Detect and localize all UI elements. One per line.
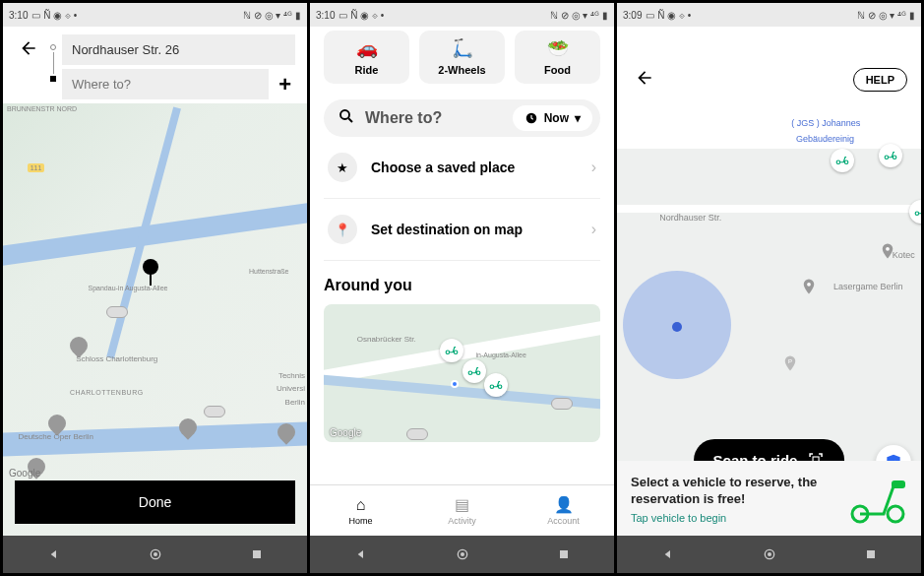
receipt-icon: ▤	[455, 495, 469, 514]
map-view[interactable]: BRUNNENSTR NORD 111 Huttenstraße Spandau…	[3, 103, 307, 536]
map-label: Technis	[278, 371, 305, 380]
car-icon	[551, 398, 573, 410]
nav-activity[interactable]: ▤ Activity	[411, 485, 513, 536]
search-bar[interactable]: Where to? Now ▾	[324, 99, 600, 137]
category-food[interactable]: 🥗 Food	[515, 31, 600, 84]
scooter-icon: 🛴	[423, 36, 501, 60]
car-icon	[204, 406, 225, 417]
scooter-marker[interactable]	[462, 359, 486, 383]
google-logo: Google	[9, 468, 40, 479]
current-location-dot	[672, 322, 682, 332]
status-bar: 3:09▭ Ñ ◉ ⟐ • ℕ ⊘ ◎ ▾ ⁴ᴳ ▮	[617, 3, 921, 27]
poi-pin	[800, 276, 818, 297]
svg-rect-15	[892, 480, 905, 488]
scooter-marker[interactable]	[440, 339, 463, 362]
lime-scooter-icon	[848, 475, 907, 524]
nav-recent-icon[interactable]	[249, 546, 265, 562]
scooter-marker[interactable]	[831, 149, 854, 172]
home-icon: ⌂	[356, 496, 366, 514]
android-nav-bar	[617, 536, 921, 573]
star-icon: ★	[328, 153, 357, 182]
parking-pin: P	[781, 352, 799, 374]
map-label: Osnabrücker Str.	[357, 335, 416, 344]
android-nav-bar	[3, 536, 307, 573]
status-bar: 3:10▭ Ñ ◉ ⟐ • ℕ ⊘ ◎ ▾ ⁴ᴳ ▮	[310, 3, 614, 27]
poi-label: Kotec	[893, 250, 915, 260]
route-header: +	[3, 27, 307, 103]
svg-point-9	[886, 247, 890, 251]
scooter-marker[interactable]	[879, 144, 902, 167]
bottom-sheet: Select a vehicle to reserve, the reserva…	[617, 461, 921, 536]
poi-pin	[179, 418, 197, 436]
sheet-title: Select a vehicle to reserve, the reserva…	[631, 475, 838, 508]
map-label: Spandau-in Augusta-Allee	[89, 285, 168, 291]
pickup-pin	[143, 259, 158, 275]
around-you-map[interactable]: Osnabrücker Str. in-Augusta-Allee Google	[324, 304, 600, 442]
map-view[interactable]: HELP ( JGS ) Johannes Gebäudereinig Nord…	[617, 27, 921, 536]
nav-home-icon[interactable]	[148, 546, 163, 562]
category-row: 🚗 Ride 🛴 2-Wheels 🥗 Food	[324, 31, 600, 84]
set-on-map-option[interactable]: 📍 Set destination on map ›	[324, 199, 600, 261]
svg-rect-8	[560, 550, 568, 558]
svg-point-17	[768, 552, 771, 556]
nav-back-icon[interactable]	[660, 546, 676, 562]
destination-input[interactable]	[62, 69, 269, 99]
svg-rect-2	[253, 550, 261, 558]
poi-label: Gebäudereinig	[796, 134, 854, 144]
saved-place-option[interactable]: ★ Choose a saved place ›	[324, 137, 600, 199]
poi-pin	[48, 415, 66, 432]
svg-rect-18	[867, 550, 875, 558]
highway-badge: 111	[28, 163, 45, 172]
search-placeholder: Where to?	[365, 109, 513, 127]
phone-screen-2: 3:10▭ Ñ ◉ ⟐ • ℕ ⊘ ◎ ▾ ⁴ᴳ ▮ 🚗 Ride 🛴 2-Wh…	[310, 3, 614, 573]
poi-pin	[277, 423, 295, 441]
scooter-marker[interactable]	[909, 200, 921, 224]
nav-recent-icon[interactable]	[556, 546, 572, 562]
back-button[interactable]	[631, 64, 658, 96]
map-label: in-Augusta-Allee	[476, 352, 526, 358]
svg-text:P: P	[788, 358, 792, 364]
chevron-right-icon: ›	[591, 159, 596, 176]
nav-recent-icon[interactable]	[863, 546, 879, 562]
phone-screen-3: 3:09▭ Ñ ◉ ⟐ • ℕ ⊘ ◎ ▾ ⁴ᴳ ▮ HELP ( JGS ) …	[617, 3, 921, 573]
nav-home-icon[interactable]	[455, 546, 470, 562]
bottom-nav: ⌂ Home ▤ Activity 👤 Account	[310, 484, 614, 536]
poi-label: ( JGS ) Johannes	[791, 118, 860, 128]
sheet-subtitle[interactable]: Tap vehicle to begin	[631, 512, 838, 524]
route-line-graphic	[50, 34, 56, 99]
nav-home-icon[interactable]	[762, 546, 777, 562]
svg-point-14	[888, 506, 903, 522]
svg-point-1	[154, 552, 157, 556]
svg-line-4	[348, 118, 352, 122]
pin-icon: 📍	[328, 215, 357, 244]
chevron-down-icon: ▾	[575, 111, 581, 125]
add-stop-button[interactable]: +	[275, 72, 295, 97]
map-label: Huttenstraße	[249, 268, 288, 275]
food-icon: 🥗	[519, 36, 596, 60]
person-icon: 👤	[554, 495, 574, 514]
car-icon: 🚗	[328, 36, 405, 60]
search-icon	[338, 107, 355, 130]
done-button[interactable]: Done	[15, 480, 295, 524]
google-logo: Google	[330, 427, 361, 438]
scooter-marker[interactable]	[484, 373, 508, 397]
svg-point-3	[340, 110, 349, 119]
map-label: Deutsche Oper Berlin	[18, 432, 92, 441]
back-button[interactable]	[15, 34, 42, 66]
nav-back-icon[interactable]	[46, 546, 62, 562]
map-label: Berlin	[285, 398, 305, 407]
schedule-button[interactable]: Now ▾	[513, 105, 592, 131]
help-button[interactable]: HELP	[853, 68, 907, 92]
nav-home[interactable]: ⌂ Home	[310, 485, 411, 536]
nav-back-icon[interactable]	[353, 546, 369, 562]
status-bar: 3:10▭ Ñ ◉ ⟐ • ℕ ⊘ ◎ ▾ ⁴ᴳ ▮	[3, 3, 307, 27]
map-label: BRUNNENSTR NORD	[7, 105, 77, 112]
map-label: CHARLOTTENBURG	[70, 389, 144, 396]
chevron-right-icon: ›	[591, 221, 596, 238]
car-icon	[106, 306, 128, 318]
category-ride[interactable]: 🚗 Ride	[324, 31, 409, 84]
clock-icon	[524, 111, 538, 125]
pickup-input[interactable]	[62, 34, 295, 65]
nav-account[interactable]: 👤 Account	[513, 485, 614, 536]
category-2wheels[interactable]: 🛴 2-Wheels	[419, 31, 505, 84]
